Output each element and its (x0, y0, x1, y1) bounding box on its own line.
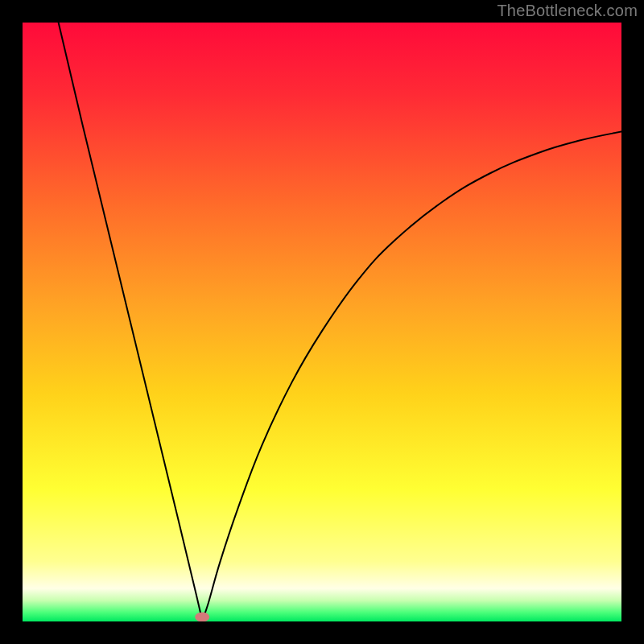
chart-frame: TheBottleneck.com (0, 0, 644, 644)
watermark-text: TheBottleneck.com (497, 2, 638, 20)
minimum-marker (195, 613, 209, 621)
gradient-background (23, 23, 621, 621)
chart-svg (23, 23, 621, 621)
plot-area (23, 23, 621, 621)
